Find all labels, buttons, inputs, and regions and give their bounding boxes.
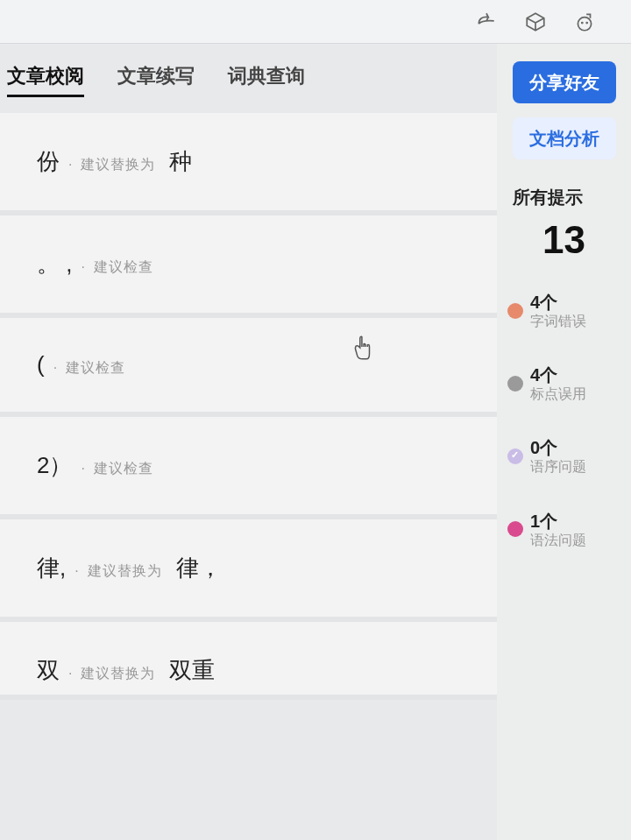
original-text: 份 — [37, 146, 60, 177]
suggestion-row[interactable]: 双 · 建议替换为 双重 — [0, 622, 497, 700]
right-sidebar: 分享好友 文档分析 所有提示 13 4个 字词错误 4个 标点误用 — [497, 44, 631, 840]
category-count: 1个 — [530, 511, 586, 532]
tab-bar: 文章校阅 文章续写 词典查询 — [0, 44, 497, 113]
original-text: 律, — [37, 553, 66, 583]
category-label: 语序问题 — [530, 458, 586, 475]
original-text: ( — [37, 351, 45, 378]
suggestion-row[interactable]: 。 , · 建议检查 — [0, 215, 497, 318]
category-count: 4个 — [530, 292, 586, 313]
svg-point-2 — [586, 22, 587, 23]
replacement-text: 种 — [169, 146, 192, 177]
original-text: 双 — [37, 655, 60, 686]
category-word-error[interactable]: 4个 字词错误 — [507, 292, 620, 329]
suggestion-list: 份 · 建议替换为 种 。 , · 建议检查 ( · 建议检查 2） · 建议检… — [0, 113, 497, 700]
hint-text: 建议替换为 — [81, 665, 155, 683]
original-text: 2） — [37, 450, 72, 481]
replacement-text: 双重 — [169, 655, 215, 686]
replacement-text: 律， — [176, 553, 222, 583]
category-label: 语法问题 — [530, 532, 586, 548]
category-count: 0个 — [530, 437, 586, 458]
hint-dot: · — [74, 563, 78, 579]
tab-proofread[interactable]: 文章校阅 — [7, 63, 84, 97]
hint-text: 建议检查 — [66, 359, 125, 378]
dot-icon — [507, 521, 523, 537]
all-hints-count: 13 — [513, 218, 615, 262]
category-label: 字词错误 — [530, 313, 586, 329]
all-hints-block: 所有提示 13 — [497, 173, 631, 278]
suggestion-row[interactable]: ( · 建议检查 — [0, 318, 497, 417]
svg-point-0 — [578, 17, 591, 30]
original-text: 。 , — [37, 249, 72, 279]
hint-text: 建议替换为 — [88, 562, 162, 581]
hint-text: 建议检查 — [94, 460, 153, 478]
hint-dot: · — [53, 360, 57, 376]
hint-text: 建议检查 — [94, 258, 153, 277]
suggestion-row[interactable]: 2） · 建议检查 — [0, 417, 497, 519]
left-panel: 文章校阅 文章续写 词典查询 份 · 建议替换为 种 。 , · 建议检查 ( … — [0, 44, 497, 840]
hint-dot: · — [68, 666, 72, 681]
cube-icon[interactable] — [524, 11, 547, 33]
dot-icon — [507, 376, 523, 392]
share-icon[interactable] — [475, 11, 498, 33]
face-icon[interactable] — [573, 11, 596, 33]
suggestion-row[interactable]: 律, · 建议替换为 律， — [0, 519, 497, 622]
check-dot-icon — [507, 448, 523, 464]
top-toolbar — [0, 0, 631, 44]
share-friends-button[interactable]: 分享好友 — [513, 61, 616, 103]
main-area: 文章校阅 文章续写 词典查询 份 · 建议替换为 种 。 , · 建议检查 ( … — [0, 44, 631, 840]
tab-dictionary[interactable]: 词典查询 — [228, 63, 305, 95]
hint-dot: · — [81, 259, 84, 275]
hint-dot: · — [68, 157, 72, 173]
category-grammar[interactable]: 1个 语法问题 — [507, 511, 620, 548]
category-label: 标点误用 — [530, 385, 586, 402]
category-count: 4个 — [530, 364, 586, 385]
dot-icon — [507, 303, 523, 319]
category-punctuation[interactable]: 4个 标点误用 — [507, 364, 620, 402]
all-hints-title: 所有提示 — [513, 186, 615, 209]
suggestion-row[interactable]: 份 · 建议替换为 种 — [0, 113, 497, 215]
tab-continue-writing[interactable]: 文章续写 — [117, 63, 195, 95]
category-word-order[interactable]: 0个 语序问题 — [507, 437, 620, 475]
hint-text: 建议替换为 — [81, 156, 155, 174]
svg-point-1 — [582, 22, 583, 23]
hint-dot: · — [81, 461, 84, 476]
doc-analyze-button[interactable]: 文档分析 — [513, 117, 616, 159]
category-list: 4个 字词错误 4个 标点误用 0个 语序问题 — [497, 292, 631, 548]
